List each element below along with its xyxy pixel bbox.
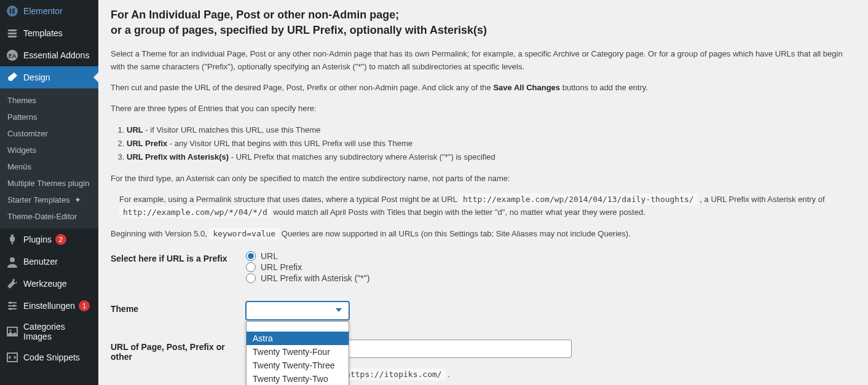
sidebar-item-templates[interactable]: Templates xyxy=(0,22,98,44)
user-icon xyxy=(6,255,18,268)
menu-label: Elementor xyxy=(23,6,63,16)
design-submenu: Themes Patterns Customizer Widgets Menüs… xyxy=(0,88,98,228)
theme-option-2023[interactable]: Twenty Twenty-Three xyxy=(247,359,349,372)
theme-label: Theme xyxy=(111,301,246,314)
example-block: For example, using a Permalink structure… xyxy=(119,193,856,219)
sidebar-item-plugins[interactable]: Plugins 2 xyxy=(0,228,98,251)
prefix-field: URL URL Prefix URL Prefix with Asterisk … xyxy=(246,251,856,284)
third-type-note: For the third type, an Asterisk can only… xyxy=(111,173,856,185)
svg-point-12 xyxy=(9,301,12,304)
version-note: Beginning with Version 5.0, keyword=valu… xyxy=(111,228,856,240)
brush-icon xyxy=(6,71,18,84)
radio-url-prefix-asterisk-input[interactable] xyxy=(246,273,256,283)
sub-item-patterns[interactable]: Patterns xyxy=(0,109,98,125)
svg-rect-2 xyxy=(12,9,15,10)
theme-option-2024[interactable]: Twenty Twenty-Four xyxy=(247,345,349,359)
menu-label: Einstellungen xyxy=(23,301,75,311)
keyword-code: keyword=value xyxy=(209,228,279,239)
sidebar-item-users[interactable]: Benutzer xyxy=(0,251,98,273)
sub-item-widgets[interactable]: Widgets xyxy=(0,142,98,158)
list-item: URL Prefix - any Visitor URL that begins… xyxy=(127,137,856,150)
theme-option-astra[interactable]: Astra xyxy=(247,332,349,345)
menu-label: Werkzeuge xyxy=(23,279,67,289)
svg-rect-7 xyxy=(12,241,13,244)
menu-label: Code Snippets xyxy=(23,352,80,362)
sub-item-customizer[interactable]: Customizer xyxy=(0,125,98,142)
radio-url-prefix-input[interactable] xyxy=(246,262,256,272)
code-icon xyxy=(6,351,18,364)
heading-line1: For An Individual Page, Post or other no… xyxy=(111,9,399,21)
section-heading: For An Individual Page, Post or other no… xyxy=(111,7,856,38)
prefix-label: Select here if URL is a Prefix xyxy=(111,251,246,263)
svg-point-8 xyxy=(10,257,15,262)
settings-icon xyxy=(6,300,18,312)
sub-item-starter-templates[interactable]: Starter Templates ✦ xyxy=(0,192,98,208)
url-row: URL of Page, Post, Prefix or other f Pag… xyxy=(111,340,856,379)
entry-types-list: URL - if Visitor URL matches this URL, u… xyxy=(127,123,856,164)
sparkle-icon: ✦ xyxy=(74,195,81,204)
svg-rect-1 xyxy=(10,9,11,14)
theme-field: Astra Twenty Twenty-Four Twenty Twenty-T… xyxy=(246,301,856,320)
menu-label: Benutzer xyxy=(23,257,58,266)
menu-label: Plugins xyxy=(23,235,52,244)
sub-label: Starter Templates xyxy=(7,195,70,204)
sidebar-item-design[interactable]: Design xyxy=(0,66,98,88)
svg-rect-4 xyxy=(12,12,15,14)
chevron-down-icon xyxy=(333,304,345,318)
sidebar-item-essential-addons[interactable]: EA Essential Addons xyxy=(0,44,98,66)
tool-icon xyxy=(6,278,18,290)
update-badge: 1 xyxy=(79,300,90,311)
theme-dropdown: Astra Twenty Twenty-Four Twenty Twenty-T… xyxy=(246,321,349,385)
sidebar-item-code-snippets[interactable]: Code Snippets xyxy=(0,346,98,368)
menu-label: Design xyxy=(23,72,50,82)
sidebar-item-tools[interactable]: Werkzeuge xyxy=(0,273,98,295)
ea-icon: EA xyxy=(6,49,18,61)
url-label: URL of Page, Post, Prefix or other xyxy=(111,340,246,362)
svg-text:EA: EA xyxy=(9,53,17,59)
list-item: URL Prefix with Asterisk(s) - URL Prefix… xyxy=(127,150,856,164)
svg-rect-3 xyxy=(12,10,15,12)
example-url-code: http://example.com/wp/2014/04/13/daily-t… xyxy=(459,193,698,205)
plugin-icon xyxy=(6,233,18,246)
theme-option-2022[interactable]: Twenty Twenty-Two xyxy=(247,372,349,385)
admin-sidebar: Elementor Templates EA Essential Addons … xyxy=(0,0,98,385)
sub-item-multiple-themes[interactable]: Multiple Themes plugin xyxy=(0,175,98,192)
cut-paste-paragraph: Then cut and paste the URL of the desire… xyxy=(111,82,856,94)
menu-label: Templates xyxy=(23,28,63,38)
theme-row: Theme Astra Twenty Twenty-Four Twenty Tw… xyxy=(111,301,856,320)
sub-item-menus[interactable]: Menüs xyxy=(0,158,98,175)
menu-label: Essential Addons xyxy=(23,50,89,60)
radio-url[interactable]: URL xyxy=(246,251,856,261)
radio-url-prefix-asterisk[interactable]: URL Prefix with Asterisk ("*") xyxy=(246,273,856,283)
svg-point-14 xyxy=(9,308,12,310)
svg-point-13 xyxy=(13,305,15,307)
site-address-code: https://itopiks.com/ xyxy=(342,368,446,380)
theme-select[interactable] xyxy=(246,301,349,320)
menu-label: Categories Images xyxy=(23,322,93,341)
sidebar-item-elementor[interactable]: Elementor xyxy=(0,0,98,22)
sidebar-item-categories-images[interactable]: Categories Images xyxy=(0,317,98,346)
sub-item-themes[interactable]: Themes xyxy=(0,92,98,109)
list-item: URL - if Visitor URL matches this URL, u… xyxy=(127,123,856,137)
prefix-radio-row: Select here if URL is a Prefix URL URL P… xyxy=(111,251,856,284)
svg-point-16 xyxy=(10,330,12,332)
radio-url-prefix[interactable]: URL Prefix xyxy=(246,262,856,272)
templates-icon xyxy=(6,27,18,39)
settings-content: For An Individual Page, Post or other no… xyxy=(98,0,868,385)
intro-paragraph: Select a Theme for an individual Page, P… xyxy=(111,48,856,72)
example-prefix-code: http://example.com/wp/*/04/*/d xyxy=(119,206,271,218)
sub-item-theme-editor[interactable]: Theme-Datei-Editor xyxy=(0,208,98,225)
elementor-icon xyxy=(6,5,18,17)
heading-line2: or a group of pages, specified by URL Pr… xyxy=(111,24,487,36)
types-intro: There are three types of Entries that yo… xyxy=(111,103,856,115)
image-icon xyxy=(6,325,18,338)
sidebar-item-settings[interactable]: Einstellungen 1 xyxy=(0,295,98,317)
update-badge: 2 xyxy=(55,234,66,245)
radio-url-input[interactable] xyxy=(246,251,256,261)
